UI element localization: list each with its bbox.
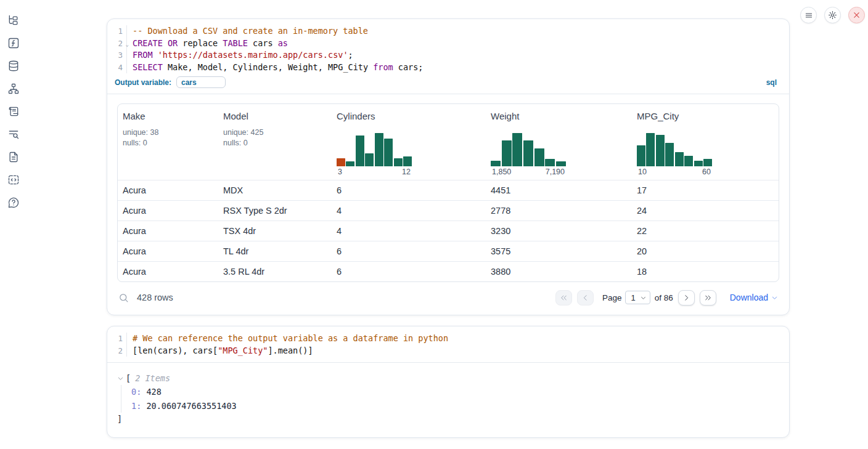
line-number: 1 <box>110 25 127 38</box>
column-header-cylinders[interactable]: Cylinders312 <box>332 104 486 180</box>
table-row: AcuraMDX6445117 <box>118 180 779 200</box>
histogram-bar <box>491 161 501 166</box>
python-code-area[interactable]: 1# We can reference the output variable … <box>110 333 782 357</box>
table-cell: 20 <box>632 246 779 256</box>
hist-min-label: 10 <box>638 168 647 176</box>
database-icon[interactable] <box>7 59 20 73</box>
dependency-graph-icon[interactable] <box>7 82 20 95</box>
left-sidebar <box>0 9 27 209</box>
code-line[interactable]: 3FROM 'https://datasets.marimo.app/cars.… <box>110 49 782 62</box>
python-cell: 1# We can reference the output variable … <box>107 326 790 438</box>
sql-cell-output: Makeunique: 38nulls: 0Modelunique: 425nu… <box>107 94 789 315</box>
code-line[interactable]: 2[len(cars), cars["MPG_City"].mean()] <box>110 345 782 357</box>
table-cell: 4451 <box>486 185 632 195</box>
file-tree-icon[interactable] <box>7 14 20 27</box>
table-cell: 4 <box>332 206 486 216</box>
histogram-bar <box>646 133 655 166</box>
code-line[interactable]: 1# We can reference the output variable … <box>110 333 782 345</box>
output-variable-row: Output variable: sql <box>110 73 782 94</box>
snippets-icon[interactable] <box>7 173 20 187</box>
histogram-bar <box>656 135 665 166</box>
previous-page-button[interactable] <box>577 290 594 305</box>
histogram-bar <box>502 140 512 166</box>
next-page-button[interactable] <box>678 290 695 305</box>
collapse-chevron-icon[interactable] <box>117 375 124 382</box>
scroll-icon[interactable] <box>7 105 20 118</box>
hist-max-label: 60 <box>702 168 711 176</box>
histogram-bar <box>684 156 693 166</box>
function-icon[interactable] <box>7 36 20 50</box>
table-cell: 6 <box>332 185 486 195</box>
histogram-bar <box>375 133 383 166</box>
sql-code-area[interactable]: 1-- Download a CSV and create an in-memo… <box>110 25 782 73</box>
tree-entry: 0: 428 <box>131 385 779 399</box>
table-cell: 6 <box>332 267 486 277</box>
line-number: 2 <box>110 345 127 357</box>
menu-icon[interactable] <box>800 7 817 23</box>
sql-cell: 1-- Download a CSV and create an in-memo… <box>107 18 790 315</box>
gear-icon[interactable] <box>824 7 841 23</box>
histogram-bar <box>545 159 555 166</box>
table-cell: 3230 <box>486 226 632 236</box>
sql-editor[interactable]: 1-- Download a CSV and create an in-memo… <box>107 19 789 94</box>
notebook-content: 1-- Download a CSV and create an in-memo… <box>107 18 790 448</box>
page-label: Page <box>602 293 622 302</box>
column-histogram: 1060 <box>637 133 712 176</box>
histogram-bar <box>703 159 712 166</box>
code-line[interactable]: 1-- Download a CSV and create an in-memo… <box>110 25 782 38</box>
column-stats: unique: 425nulls: 0 <box>223 127 327 148</box>
document-icon[interactable] <box>7 150 20 164</box>
line-number: 2⌄ <box>110 38 127 50</box>
page-select[interactable]: 1 <box>625 291 650 304</box>
python-cell-output: [ 2 Items 0: 4281: 20.060747663551403 ] <box>107 363 789 437</box>
table-cell: 22 <box>632 226 779 236</box>
table-cell: Acura <box>118 206 218 216</box>
histogram-bar <box>665 143 674 166</box>
tree-entries: 0: 4281: 20.060747663551403 <box>121 385 779 413</box>
tree-root-line: [ 2 Items <box>117 373 779 383</box>
table-body: AcuraMDX6445117AcuraRSX Type S 2dr427782… <box>118 180 779 281</box>
histogram-bar <box>512 133 522 166</box>
histogram-bar <box>556 161 566 166</box>
download-button[interactable]: Download <box>730 293 778 302</box>
page-total-label: of 86 <box>655 293 673 302</box>
column-name: Cylinders <box>337 111 481 121</box>
column-header-model[interactable]: Modelunique: 425nulls: 0 <box>218 104 332 180</box>
table-cell: 3575 <box>486 246 632 256</box>
tree-entry-value: 428 <box>141 387 162 397</box>
search-icon[interactable] <box>118 293 129 303</box>
python-editor[interactable]: 1# We can reference the output variable … <box>107 326 789 363</box>
line-number: 1 <box>110 333 127 345</box>
histogram-bar <box>403 156 412 166</box>
histogram-bar <box>384 139 393 166</box>
line-number: 3 <box>110 49 127 62</box>
output-variable-input[interactable] <box>176 76 226 88</box>
histogram-bar <box>675 152 684 166</box>
tree-entry-key: 1: <box>131 401 141 411</box>
table-cell: 3.5 RL 4dr <box>218 267 332 277</box>
text-search-icon[interactable] <box>7 127 20 141</box>
hist-min-label: 1,850 <box>492 168 511 176</box>
column-header-make[interactable]: Makeunique: 38nulls: 0 <box>118 104 218 180</box>
shutdown-x-icon[interactable] <box>848 7 865 23</box>
column-header-mpg_city[interactable]: MPG_City1060 <box>632 104 779 180</box>
histogram-bar <box>523 140 533 166</box>
table-header-row: Makeunique: 38nulls: 0Modelunique: 425nu… <box>118 104 779 180</box>
histogram-bar <box>337 158 345 167</box>
code-line[interactable]: 2⌄CREATE OR replace TABLE cars as <box>110 38 782 50</box>
column-name: Model <box>223 111 327 121</box>
table-cell: 17 <box>632 185 779 195</box>
table-cell: Acura <box>118 267 218 277</box>
table-row: AcuraRSX Type S 2dr4277824 <box>118 200 779 220</box>
language-badge[interactable]: sql <box>766 78 777 87</box>
table-cell: 6 <box>332 246 486 256</box>
help-icon[interactable] <box>7 196 20 209</box>
table-cell: 3880 <box>486 267 632 277</box>
items-count-label: 2 Items <box>135 373 170 383</box>
first-page-button[interactable] <box>555 290 572 305</box>
table-cell: MDX <box>218 185 332 195</box>
last-page-button[interactable] <box>700 290 716 305</box>
code-line[interactable]: 4SELECT Make, Model, Cylinders, Weight, … <box>110 62 782 74</box>
column-header-weight[interactable]: Weight1,8507,190 <box>486 104 632 180</box>
page-select-value: 1 <box>631 293 635 302</box>
